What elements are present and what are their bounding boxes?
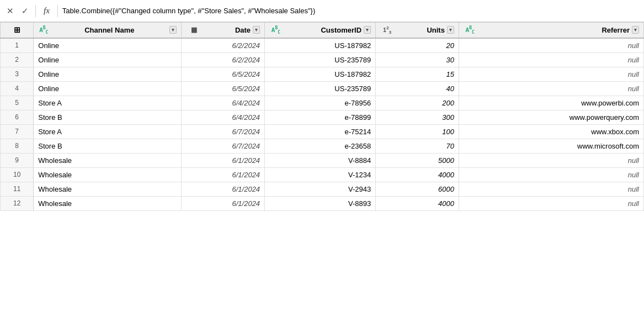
null-value: null <box>628 185 639 193</box>
formula-bar: ✕ ✓ fx <box>0 0 644 22</box>
table-row: 7Store A6/7/2024e-75214100www.xbox.com <box>1 124 644 139</box>
cell-channel: Online <box>34 81 182 96</box>
cell-referrer: null <box>459 81 643 96</box>
row-number: 10 <box>1 167 34 182</box>
col-filter-channel[interactable]: ▾ <box>169 26 177 34</box>
close-icon[interactable]: ✕ <box>4 5 16 17</box>
table-row: 2Online6/2/2024US-23578930null <box>1 52 644 67</box>
col-type-icon-units: 123 <box>380 25 391 35</box>
cell-date: 6/5/2024 <box>182 67 265 81</box>
cell-units: 70 <box>376 139 459 153</box>
col-type-icon-referrer: ABC <box>464 25 475 35</box>
data-table: ⊞ ABC Channel Name ▾ ▦ Date ▾ <box>0 22 644 211</box>
col-filter-units[interactable]: ▾ <box>447 26 454 34</box>
row-number: 9 <box>1 153 34 167</box>
cell-channel: Online <box>34 67 182 81</box>
table-header: ⊞ ABC Channel Name ▾ ▦ Date ▾ <box>1 23 644 38</box>
cell-date: 6/7/2024 <box>182 139 265 153</box>
row-number: 3 <box>1 67 34 81</box>
table-row: 5Store A6/4/2024e-78956200www.powerbi.co… <box>1 96 644 110</box>
formula-input[interactable] <box>62 7 640 15</box>
cell-date: 6/4/2024 <box>182 110 265 124</box>
row-number: 6 <box>1 110 34 124</box>
cell-customerid: e-23658 <box>265 139 376 153</box>
col-header-channel: ABC Channel Name ▾ <box>34 23 182 38</box>
divider2 <box>57 5 58 17</box>
null-value: null <box>628 156 639 165</box>
col-header-referrer: ABC Referrer ▾ <box>459 23 643 38</box>
null-value: null <box>628 41 639 50</box>
data-table-container: ⊞ ABC Channel Name ▾ ▦ Date ▾ <box>0 22 644 211</box>
cell-date: 6/1/2024 <box>182 153 265 167</box>
col-filter-referrer[interactable]: ▾ <box>632 26 639 34</box>
cell-customerid: e-75214 <box>265 124 376 139</box>
cell-referrer: null <box>459 38 643 53</box>
cell-units: 4000 <box>376 167 459 182</box>
table-row: 11Wholesale6/1/2024V-29436000null <box>1 182 644 196</box>
row-number: 5 <box>1 96 34 110</box>
col-label-units: Units <box>393 26 445 34</box>
row-number: 2 <box>1 52 34 67</box>
check-icon[interactable]: ✓ <box>19 5 31 17</box>
cell-referrer: null <box>459 52 643 67</box>
cell-referrer: www.powerquery.com <box>459 110 643 124</box>
col-label-referrer: Referrer <box>477 26 630 34</box>
cell-channel: Store B <box>34 139 182 153</box>
cell-channel: Store B <box>34 110 182 124</box>
cell-date: 6/1/2024 <box>182 196 265 210</box>
cell-customerid: e-78956 <box>265 96 376 110</box>
cell-customerid: e-78899 <box>265 110 376 124</box>
cell-channel: Store A <box>34 96 182 110</box>
cell-units: 4000 <box>376 196 459 210</box>
col-filter-customerid[interactable]: ▾ <box>364 26 371 34</box>
row-number: 4 <box>1 81 34 96</box>
cell-date: 6/2/2024 <box>182 38 265 53</box>
cell-referrer: www.powerbi.com <box>459 96 643 110</box>
cell-referrer: null <box>459 67 643 81</box>
cell-date: 6/4/2024 <box>182 96 265 110</box>
table-row: 6Store B6/4/2024e-78899300www.powerquery… <box>1 110 644 124</box>
cell-units: 15 <box>376 67 459 81</box>
cell-units: 40 <box>376 81 459 96</box>
cell-date: 6/7/2024 <box>182 124 265 139</box>
cell-customerid: US-187982 <box>265 67 376 81</box>
col-filter-date[interactable]: ▾ <box>253 26 260 34</box>
table-row: 3Online6/5/2024US-18798215null <box>1 67 644 81</box>
row-number: 11 <box>1 182 34 196</box>
col-header-units: 123 Units ▾ <box>376 23 459 38</box>
col-type-icon-customerid: ABC <box>269 25 280 35</box>
cell-date: 6/1/2024 <box>182 167 265 182</box>
cell-customerid: V-2943 <box>265 182 376 196</box>
cell-channel: Online <box>34 38 182 53</box>
cell-customerid: V-8893 <box>265 196 376 210</box>
cell-referrer: null <box>459 167 643 182</box>
row-number: 8 <box>1 139 34 153</box>
cell-channel: Store A <box>34 124 182 139</box>
cell-customerid: V-8884 <box>265 153 376 167</box>
cell-date: 6/1/2024 <box>182 182 265 196</box>
table-row: 1Online6/2/2024US-18798220null <box>1 38 644 53</box>
cell-customerid: V-1234 <box>265 167 376 182</box>
col-header-customerid: ABC CustomerID ▾ <box>265 23 376 38</box>
cell-referrer: www.microsoft.com <box>459 139 643 153</box>
cell-date: 6/2/2024 <box>182 52 265 67</box>
table-row: 10Wholesale6/1/2024V-12344000null <box>1 167 644 182</box>
cell-referrer: null <box>459 153 643 167</box>
table-row: 12Wholesale6/1/2024V-88934000null <box>1 196 644 210</box>
col-type-icon-channel: ABC <box>38 25 49 35</box>
cell-referrer: www.xbox.com <box>459 124 643 139</box>
table-row: 9Wholesale6/1/2024V-88845000null <box>1 153 644 167</box>
cell-customerid: US-235789 <box>265 81 376 96</box>
cell-referrer: null <box>459 182 643 196</box>
table-row: 8Store B6/7/2024e-2365870www.microsoft.c… <box>1 139 644 153</box>
cell-units: 20 <box>376 38 459 53</box>
cell-date: 6/5/2024 <box>182 81 265 96</box>
table-row: 4Online6/5/2024US-23578940null <box>1 81 644 96</box>
cell-units: 5000 <box>376 153 459 167</box>
fx-label: fx <box>40 6 53 15</box>
row-num-header: ⊞ <box>1 23 34 38</box>
divider <box>35 5 36 17</box>
row-number: 7 <box>1 124 34 139</box>
cell-referrer: null <box>459 196 643 210</box>
null-value: null <box>628 171 639 179</box>
